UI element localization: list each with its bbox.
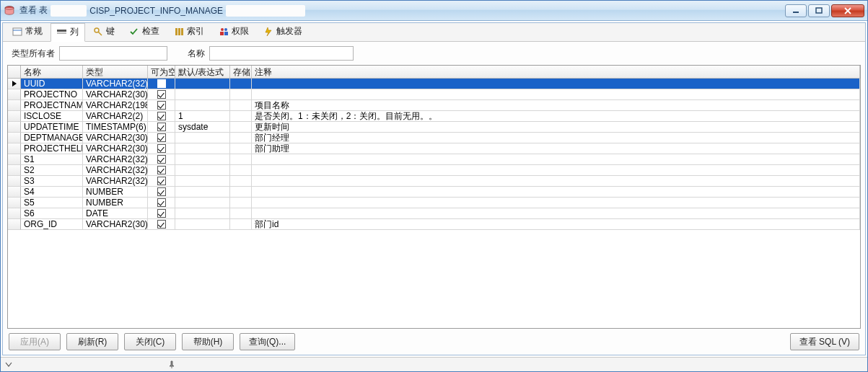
cell-type[interactable]: VARCHAR2(30): [83, 219, 148, 230]
cell-comment[interactable]: 项目名称: [252, 100, 860, 111]
cell-default[interactable]: [175, 89, 230, 100]
row-gutter[interactable]: [8, 198, 21, 208]
cell-name[interactable]: UUID: [21, 79, 83, 89]
cell-comment[interactable]: 是否关闭。1：未关闭，2：关闭。目前无用。。: [252, 111, 860, 122]
cell-comment[interactable]: [252, 198, 860, 208]
cell-name[interactable]: S2: [21, 165, 83, 176]
row-gutter[interactable]: [8, 176, 21, 187]
cell-storage[interactable]: [230, 198, 252, 208]
cell-type[interactable]: NUMBER: [83, 198, 148, 208]
tab-indexes[interactable]: 索引: [167, 22, 211, 41]
cell-default[interactable]: [175, 79, 230, 89]
cell-comment[interactable]: [252, 154, 860, 165]
table-row[interactable]: S1VARCHAR2(32): [8, 154, 860, 165]
cell-default[interactable]: sysdate: [175, 122, 230, 133]
row-gutter[interactable]: [8, 165, 21, 176]
cell-name[interactable]: S4: [21, 187, 83, 198]
cell-storage[interactable]: [230, 154, 252, 165]
table-row[interactable]: S2VARCHAR2(32): [8, 165, 860, 176]
cell-type[interactable]: NUMBER: [83, 187, 148, 198]
cell-nullable[interactable]: [148, 89, 175, 100]
nullable-checkbox[interactable]: [157, 90, 166, 99]
cell-storage[interactable]: [230, 89, 252, 100]
row-gutter[interactable]: [8, 133, 21, 143]
nullable-checkbox[interactable]: [157, 220, 166, 229]
cell-storage[interactable]: [230, 79, 252, 89]
cell-default[interactable]: [175, 154, 230, 165]
cell-nullable[interactable]: [148, 111, 175, 122]
table-row[interactable]: S4NUMBER: [8, 187, 860, 198]
row-gutter[interactable]: [8, 219, 21, 230]
close-button[interactable]: [831, 4, 864, 17]
cell-type[interactable]: VARCHAR2(30): [83, 133, 148, 143]
cell-nullable[interactable]: [148, 79, 175, 89]
cell-storage[interactable]: [230, 208, 252, 219]
cell-name[interactable]: S5: [21, 198, 83, 208]
cell-name[interactable]: ISCLOSE: [21, 111, 83, 122]
cell-comment[interactable]: [252, 79, 860, 89]
cell-name[interactable]: UPDATETIME: [21, 122, 83, 133]
cell-nullable[interactable]: [148, 165, 175, 176]
cell-default[interactable]: [175, 208, 230, 219]
cell-nullable[interactable]: [148, 133, 175, 143]
row-gutter[interactable]: [8, 79, 21, 89]
cell-default[interactable]: [175, 143, 230, 154]
cell-nullable[interactable]: [148, 122, 175, 133]
header-type[interactable]: 类型: [83, 66, 148, 78]
tab-keys[interactable]: 键: [87, 22, 121, 41]
nullable-checkbox[interactable]: [157, 198, 166, 207]
cell-nullable[interactable]: [148, 198, 175, 208]
name-input[interactable]: [209, 46, 354, 61]
refresh-button[interactable]: 刷新(R): [66, 333, 118, 350]
owner-input[interactable]: [59, 46, 167, 61]
cell-nullable[interactable]: [148, 219, 175, 230]
row-gutter[interactable]: [8, 122, 21, 133]
cell-storage[interactable]: [230, 187, 252, 198]
tab-general[interactable]: 常规: [6, 22, 49, 41]
cell-name[interactable]: ORG_ID: [21, 219, 83, 230]
cell-comment[interactable]: [252, 176, 860, 187]
table-row[interactable]: UUIDVARCHAR2(32): [8, 79, 860, 89]
cell-nullable[interactable]: [148, 154, 175, 165]
row-gutter[interactable]: [8, 187, 21, 198]
grid-body[interactable]: UUIDVARCHAR2(32)PROJECTNOVARCHAR2(30)PRO…: [8, 79, 860, 328]
pin-icon[interactable]: [167, 360, 177, 370]
tab-privileges[interactable]: 权限: [212, 22, 255, 41]
nullable-checkbox[interactable]: [157, 187, 166, 196]
cell-comment[interactable]: [252, 165, 860, 176]
row-gutter[interactable]: [8, 100, 21, 111]
row-gutter[interactable]: [8, 111, 21, 122]
view-sql-button[interactable]: 查看 SQL (V): [790, 333, 859, 350]
cell-storage[interactable]: [230, 100, 252, 111]
cell-name[interactable]: PROJECTNAME: [21, 100, 83, 111]
maximize-button[interactable]: [808, 4, 830, 17]
nullable-checkbox[interactable]: [157, 123, 166, 131]
cell-default[interactable]: [175, 133, 230, 143]
nullable-checkbox[interactable]: [157, 209, 166, 218]
cell-type[interactable]: VARCHAR2(198): [83, 100, 148, 111]
cell-name[interactable]: S6: [21, 208, 83, 219]
tab-columns[interactable]: 列: [51, 23, 85, 42]
apply-button[interactable]: 应用(A): [9, 333, 61, 350]
cell-comment[interactable]: [252, 208, 860, 219]
nullable-checkbox[interactable]: [157, 101, 166, 110]
cell-comment[interactable]: 部门经理: [252, 133, 860, 143]
cell-default[interactable]: [175, 198, 230, 208]
help-button[interactable]: 帮助(H): [182, 333, 234, 350]
nullable-checkbox[interactable]: [157, 144, 166, 153]
tab-triggers[interactable]: 触发器: [257, 22, 309, 41]
cell-comment[interactable]: [252, 89, 860, 100]
cell-name[interactable]: PROJECTHELPER: [21, 143, 83, 154]
table-row[interactable]: PROJECTHELPERVARCHAR2(30)部门助理: [8, 143, 860, 154]
header-comment[interactable]: 注释: [252, 66, 860, 78]
cell-name[interactable]: S1: [21, 154, 83, 165]
titlebar[interactable]: 查看 表 CISP_PROJECT_INFO_MANAGE: [1, 1, 867, 21]
cell-default[interactable]: [175, 165, 230, 176]
nullable-checkbox[interactable]: [157, 112, 166, 120]
nullable-checkbox[interactable]: [157, 166, 166, 174]
table-row[interactable]: DEPTMANAGERIDVARCHAR2(30)部门经理: [8, 133, 860, 143]
table-row[interactable]: S3VARCHAR2(32): [8, 176, 860, 187]
table-row[interactable]: ISCLOSEVARCHAR2(2)1是否关闭。1：未关闭，2：关闭。目前无用。…: [8, 111, 860, 122]
cell-nullable[interactable]: [148, 187, 175, 198]
header-storage[interactable]: 存储: [230, 66, 252, 78]
